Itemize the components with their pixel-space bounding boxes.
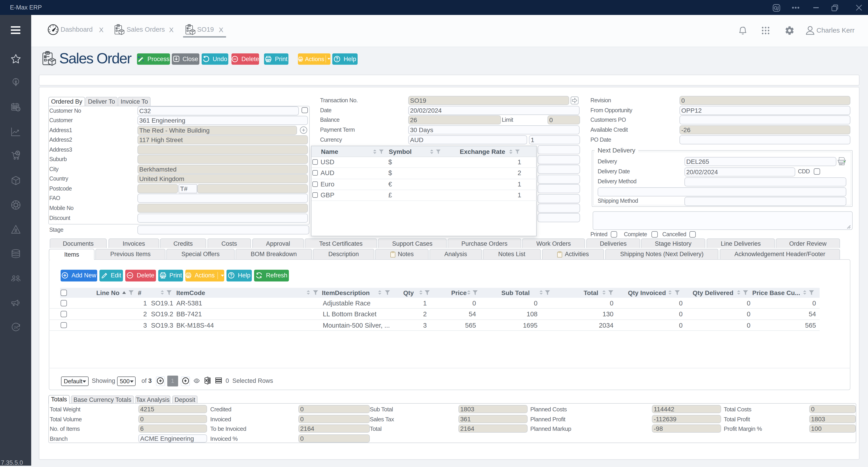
svg-text:24: 24 <box>14 325 18 329</box>
